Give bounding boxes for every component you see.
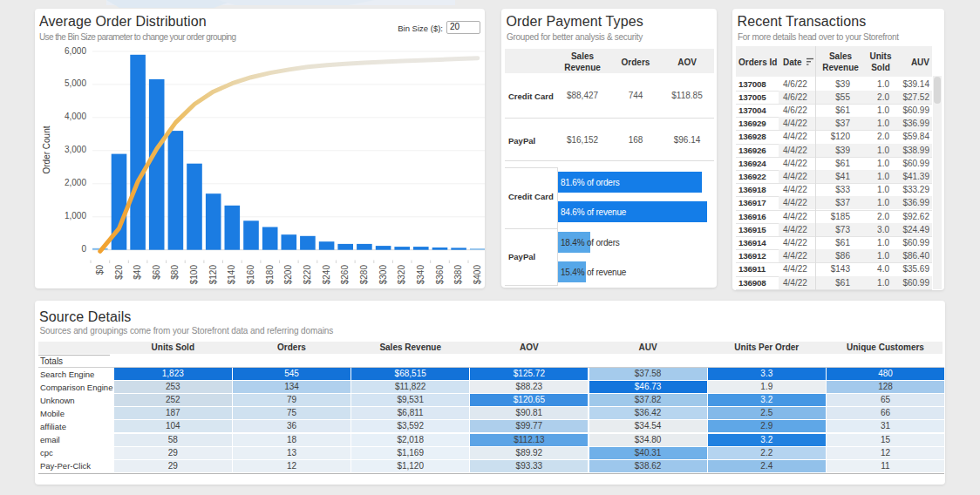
svg-text:$140: $140	[227, 265, 236, 285]
svg-text:$40: $40	[133, 265, 142, 280]
svg-text:$260: $260	[340, 265, 350, 285]
svg-text:3,000: 3,000	[65, 145, 86, 154]
svg-text:$220: $220	[303, 265, 312, 285]
svg-text:$280: $280	[359, 265, 369, 285]
svg-text:$160: $160	[246, 265, 255, 285]
svg-text:4,000: 4,000	[65, 112, 86, 121]
svg-text:1,000: 1,000	[65, 211, 86, 220]
svg-text:0: 0	[81, 244, 86, 254]
svg-text:$340: $340	[416, 265, 425, 285]
svg-text:$80: $80	[170, 265, 180, 280]
svg-text:$180: $180	[265, 265, 275, 285]
svg-text:$240: $240	[322, 265, 331, 285]
svg-text:$380: $380	[453, 265, 463, 285]
svg-text:$300: $300	[378, 265, 388, 285]
svg-text:5,000: 5,000	[65, 78, 86, 88]
svg-text:$0: $0	[95, 265, 105, 275]
svg-text:6,000: 6,000	[65, 46, 86, 56]
svg-text:$400: $400	[473, 265, 482, 285]
svg-text:$20: $20	[114, 265, 124, 280]
svg-text:$360: $360	[435, 265, 445, 285]
svg-text:$120: $120	[208, 265, 218, 285]
svg-text:$100: $100	[189, 265, 199, 285]
svg-text:$60: $60	[152, 265, 161, 280]
svg-text:2,000: 2,000	[65, 178, 86, 187]
svg-text:$200: $200	[283, 265, 293, 285]
svg-text:$320: $320	[397, 265, 406, 285]
svg-text:Order Count: Order Count	[42, 125, 51, 173]
